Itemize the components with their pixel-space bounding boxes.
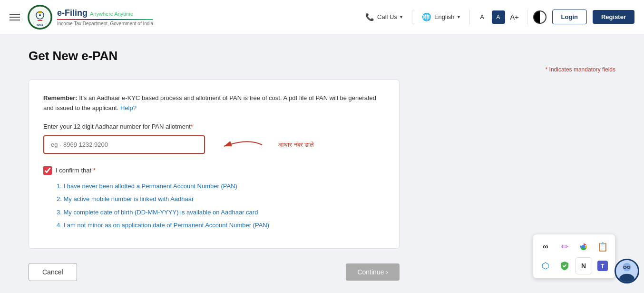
font-normal-button[interactable]: A <box>476 10 489 24</box>
globe-icon: 🌐 <box>422 12 431 21</box>
phone-icon: 📞 <box>365 13 374 21</box>
hindi-annotation: आधार नंबर डाले <box>278 141 314 149</box>
logo-area: INDIA e-Filing Anywhere Anytime Income T… <box>28 5 153 30</box>
shield-icon[interactable] <box>556 257 573 274</box>
page-title: Get New e-PAN <box>29 49 615 63</box>
svg-point-3 <box>39 14 41 16</box>
divider-2 <box>469 10 470 24</box>
continue-button[interactable]: Continue › <box>346 263 400 281</box>
contrast-button[interactable] <box>533 10 546 24</box>
confirm-label: I confirm that * <box>56 167 96 174</box>
confirm-item-2: 2. My active mobile number is linked wit… <box>57 194 385 204</box>
mandatory-note: * Indicates mandatory fields <box>29 66 615 73</box>
lang-chevron-icon: ▾ <box>458 14 460 20</box>
call-us-button[interactable]: 📞 Call Us ▾ <box>361 11 406 23</box>
floating-toolbar: ∞ ✏ 📋 ⬡ N T <box>533 234 615 279</box>
aadhaar-input[interactable] <box>43 135 205 154</box>
brand-subtitle: Income Tax Department, Government of Ind… <box>57 21 153 26</box>
help-link[interactable]: Help? <box>120 104 137 111</box>
confirm-item-4: 4. I am not minor as on application date… <box>57 221 385 230</box>
clipboard-icon[interactable]: 📋 <box>594 238 611 255</box>
chrome-icon[interactable] <box>575 238 592 255</box>
infinity-icon[interactable]: ∞ <box>537 238 554 255</box>
confirm-checkbox[interactable] <box>43 166 52 175</box>
font-medium-button[interactable]: A <box>492 10 505 24</box>
confirm-items-list: 1. I have never been allotted a Permanen… <box>43 182 385 230</box>
pen-icon[interactable]: ✏ <box>556 238 573 255</box>
avatar-icon <box>616 259 638 282</box>
remember-text: Remember: It's an Aadhaar e-KYC based pr… <box>43 93 385 113</box>
menu-icon[interactable] <box>10 14 20 20</box>
brand-name: e-Filing Anywhere Anytime <box>57 8 153 18</box>
login-button[interactable]: Login <box>552 10 587 24</box>
divider-3 <box>527 10 527 24</box>
header-right: 📞 Call Us ▾ 🌐 English ▾ A A A+ Login Reg… <box>361 10 634 24</box>
confirm-row: I confirm that * <box>43 166 385 175</box>
svg-rect-5 <box>38 20 42 21</box>
svg-text:T: T <box>601 263 605 270</box>
cancel-button[interactable]: Cancel <box>29 263 77 281</box>
header: INDIA e-Filing Anywhere Anytime Income T… <box>0 0 644 34</box>
call-chevron-icon: ▾ <box>400 14 402 20</box>
svg-rect-4 <box>38 11 42 13</box>
language-button[interactable]: 🌐 English ▾ <box>418 10 464 23</box>
form-card: Remember: It's an Aadhaar e-KYC based pr… <box>29 80 400 249</box>
header-left: INDIA e-Filing Anywhere Anytime Income T… <box>10 5 153 30</box>
confirm-item-3: 3. My complete date of birth (DD-MM-YYYY… <box>57 208 385 217</box>
bluetooth-icon[interactable]: ⬡ <box>537 257 554 274</box>
teams-icon[interactable]: T <box>594 257 611 274</box>
footer-buttons: Cancel Continue › <box>29 263 400 281</box>
remember-bold: Remember: <box>43 94 78 101</box>
field-label: Enter your 12 digit Aadhaar number for P… <box>43 123 385 130</box>
svg-text:INDIA: INDIA <box>37 24 43 27</box>
arrow-annotation-icon <box>210 133 276 157</box>
divider-1 <box>412 10 412 24</box>
font-large-button[interactable]: A+ <box>508 10 521 24</box>
avatar-badge <box>615 259 639 283</box>
emblem-icon: INDIA <box>28 5 52 30</box>
annotation: आधार नंबर डाले <box>210 133 314 157</box>
confirm-item-1: 1. I have never been allotted a Permanen… <box>57 182 385 191</box>
register-button[interactable]: Register <box>593 10 634 24</box>
notion-icon[interactable]: N <box>575 257 592 274</box>
font-controls: A A A+ <box>476 10 521 24</box>
brand-text: e-Filing Anywhere Anytime Income Tax Dep… <box>57 8 153 26</box>
input-row: आधार नंबर डाले <box>43 133 385 157</box>
